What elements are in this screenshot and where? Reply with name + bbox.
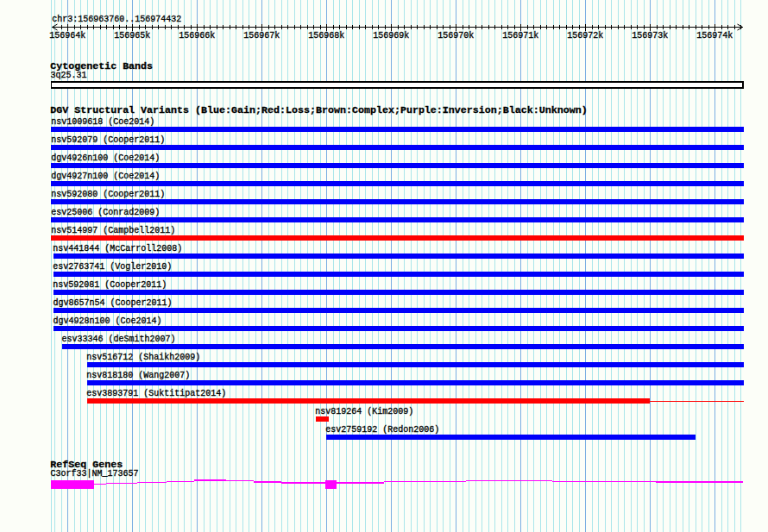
svg-text:dgv4926n100 (Coe2014): dgv4926n100 (Coe2014) (51, 153, 160, 163)
svg-text:156964k: 156964k (49, 31, 85, 41)
svg-text:nsv819264 (Kim2009): nsv819264 (Kim2009) (315, 407, 413, 416)
svg-text:esv2759192 (Redon2006): esv2759192 (Redon2006) (325, 425, 439, 435)
svg-text:156969k: 156969k (373, 31, 409, 41)
svg-text:nsv1009618 (Coe2014): nsv1009618 (Coe2014) (51, 117, 154, 127)
svg-text:nsv516712 (Shaikh2009): nsv516712 (Shaikh2009) (86, 353, 200, 362)
svg-text:156972k: 156972k (567, 31, 603, 41)
svg-text:dgv4927n100 (Coe2014): dgv4927n100 (Coe2014) (51, 172, 160, 181)
svg-text:156966k: 156966k (179, 31, 215, 41)
svg-text:156971k: 156971k (502, 31, 538, 41)
svg-text:chr3:156963760..156974432: chr3:156963760..156974432 (52, 15, 181, 24)
svg-text:156970k: 156970k (438, 31, 474, 41)
svg-text:C3orf33|NM_173657: C3orf33|NM_173657 (51, 469, 139, 479)
svg-text:3q25.31: 3q25.31 (51, 71, 87, 80)
svg-text:nsv818180 (Wang2007): nsv818180 (Wang2007) (86, 371, 190, 380)
svg-text:dgv8657n54 (Cooper2011): dgv8657n54 (Cooper2011) (53, 298, 172, 308)
svg-text:nsv514997 (Campbell2011): nsv514997 (Campbell2011) (51, 226, 175, 235)
svg-text:156968k: 156968k (308, 31, 344, 41)
svg-text:nsv592081 (Cooper2011): nsv592081 (Cooper2011) (53, 280, 167, 290)
svg-text:156973k: 156973k (632, 31, 668, 41)
svg-text:DGV Structural Variants (Blue:: DGV Structural Variants (Blue:Gain;Red:L… (50, 104, 588, 116)
svg-text:esv3893791 (Suktitipat2014): esv3893791 (Suktitipat2014) (86, 389, 226, 398)
svg-text:esv25006 (Conrad2009): esv25006 (Conrad2009) (51, 208, 160, 217)
svg-text:156965k: 156965k (114, 31, 150, 41)
svg-text:esv2763741 (Vogler2010): esv2763741 (Vogler2010) (53, 262, 172, 272)
svg-text:nsv592079 (Cooper2011): nsv592079 (Cooper2011) (51, 135, 165, 145)
svg-text:esv33346 (deSmith2007): esv33346 (deSmith2007) (61, 335, 175, 344)
svg-text:dgv4928n100 (Coe2014): dgv4928n100 (Coe2014) (53, 316, 161, 326)
svg-text:156974k: 156974k (696, 31, 733, 41)
svg-text:nsv441844 (McCarroll2008): nsv441844 (McCarroll2008) (53, 244, 182, 253)
svg-text:nsv592080 (Cooper2011): nsv592080 (Cooper2011) (51, 190, 165, 199)
svg-text:156967k: 156967k (243, 31, 280, 41)
